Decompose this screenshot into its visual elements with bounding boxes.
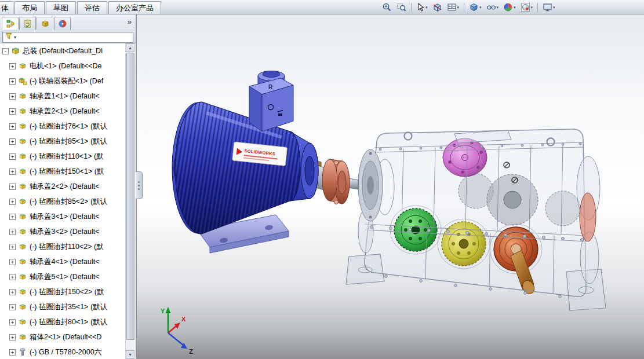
- tree-item-18[interactable]: + (-) 毡圈油封80<1> (默认: [0, 314, 127, 329]
- expand-toggle[interactable]: +: [9, 93, 16, 100]
- tree-item-20[interactable]: + (-) GB / T5780-2000六: [0, 345, 127, 359]
- apply-scene-icon[interactable]: ▾: [519, 2, 535, 13]
- green-gear[interactable]: [390, 206, 441, 254]
- section-view-icon[interactable]: [431, 2, 444, 13]
- expand-toggle[interactable]: +: [9, 319, 16, 325]
- tree-item-8[interactable]: + (-) 毡圈油封150<1> (默: [0, 164, 127, 179]
- view-settings-icon[interactable]: ▾: [541, 2, 557, 13]
- scroll-up-button[interactable]: ▲: [126, 43, 134, 52]
- part-icon: [18, 212, 27, 221]
- expand-toggle[interactable]: +: [9, 168, 16, 175]
- expand-toggle[interactable]: +: [9, 153, 16, 160]
- zoom-to-fit-icon[interactable]: [380, 2, 394, 13]
- 3d-scene[interactable]: R SOLIDWORKS Y X Z: [137, 14, 644, 359]
- dropdown-caret-icon[interactable]: ▾: [457, 5, 460, 9]
- expand-toggle[interactable]: +: [9, 123, 16, 130]
- tree-item-7[interactable]: + (-) 毡圈油封110<1> (默: [0, 149, 127, 164]
- filter-dropdown-caret[interactable]: ▾: [14, 35, 16, 40]
- part-icon: [18, 242, 27, 251]
- expand-toggle[interactable]: +: [9, 274, 16, 280]
- select-arrow-icon[interactable]: ▾: [414, 2, 430, 13]
- display-style-icon[interactable]: ▾: [485, 2, 501, 13]
- expand-toggle[interactable]: +: [9, 199, 16, 205]
- tree-item-16[interactable]: + (-) 毡圈油封150<2> (默: [0, 284, 127, 299]
- expand-toggle[interactable]: +: [9, 229, 16, 235]
- fastener-icon: [18, 347, 27, 357]
- expand-toggle[interactable]: +: [9, 304, 16, 310]
- dropdown-caret-icon[interactable]: ▾: [425, 5, 428, 9]
- expand-toggle[interactable]: +: [9, 259, 16, 265]
- filter-funnel-icon[interactable]: [5, 32, 13, 42]
- panel-tabs: [0, 14, 136, 30]
- tab-layout[interactable]: 布局: [14, 1, 45, 14]
- tree-item-label: 轴承盖1<1> (Default<: [30, 91, 100, 101]
- triad-z-label: Z: [189, 348, 193, 355]
- expand-toggle[interactable]: +: [9, 138, 16, 145]
- tree-item-2[interactable]: + (-) 联轴器装配<1> (Def: [0, 74, 127, 89]
- tree-item-17[interactable]: + (-) 毡圈油封35<1> (默认: [0, 299, 127, 314]
- tree-item-14[interactable]: + 轴承盖4<1> (Default<: [0, 254, 127, 269]
- tree-item-15[interactable]: + 轴承盖5<1> (Default<: [0, 269, 127, 284]
- dropdown-caret-icon[interactable]: ▾: [514, 5, 516, 9]
- view-selector-icon[interactable]: ▾: [445, 2, 461, 13]
- tree-item-13[interactable]: + (-) 毡圈油封110<2> (默: [0, 239, 127, 254]
- expand-toggle[interactable]: +: [9, 244, 16, 250]
- expand-toggle[interactable]: +: [9, 78, 16, 85]
- tab-office-products[interactable]: 办公室产品: [108, 1, 161, 14]
- tree-item-label: (-) 毡圈油封150<1> (默: [30, 167, 104, 177]
- dropdown-caret-icon[interactable]: ▾: [531, 5, 533, 9]
- configurationmanager-tab[interactable]: [37, 17, 53, 30]
- part-icon: [18, 317, 27, 327]
- expand-toggle[interactable]: -: [2, 48, 9, 54]
- expand-toggle[interactable]: +: [9, 289, 16, 295]
- scrollbar-thumb[interactable]: [126, 53, 134, 340]
- dropdown-caret-icon[interactable]: ▾: [497, 5, 499, 9]
- expand-toggle[interactable]: +: [9, 108, 16, 115]
- tree-item-1[interactable]: + 电机<1> (Default<<De: [0, 58, 127, 74]
- featuremanager-tree-tab[interactable]: [2, 17, 19, 30]
- tree-item-label: 轴承盖2<2> (Default<: [30, 182, 100, 192]
- panel-splitter-handle[interactable]: [136, 171, 143, 199]
- tree-item-19[interactable]: + 箱体2<1> (Default<<D: [0, 329, 127, 345]
- part-icon: [18, 197, 27, 206]
- tree-filter-input[interactable]: ▾: [2, 32, 133, 43]
- tree-root-assembly[interactable]: - 总装 (Default<Default_Di: [0, 43, 127, 58]
- magenta-bearing-cover[interactable]: [443, 138, 487, 177]
- feature-manager-panel: » ▾ - 总装 (Default<Default_Di + 电机<1> (De…: [0, 14, 137, 359]
- panel-overflow-chevron[interactable]: »: [128, 17, 132, 26]
- dropdown-caret-icon[interactable]: ▾: [553, 5, 555, 9]
- yellow-gear[interactable]: [438, 219, 490, 269]
- tree-item-4[interactable]: + 轴承盖2<1> (Default<: [0, 104, 127, 119]
- view-orientation-icon[interactable]: ▾: [467, 2, 483, 13]
- tree-item-3[interactable]: + 轴承盖1<1> (Default<: [0, 89, 127, 104]
- propertymanager-tab[interactable]: [19, 17, 36, 30]
- tree-item-label: (-) GB / T5780-2000六: [30, 347, 101, 357]
- zoom-to-area-icon[interactable]: [395, 2, 408, 13]
- filter-bar: ▾: [0, 30, 136, 43]
- tab-evaluate[interactable]: 评估: [77, 1, 107, 14]
- tree-item-5[interactable]: + (-) 毡圈油封76<1> (默认: [0, 119, 127, 134]
- part-icon: [18, 227, 27, 236]
- motor-junction-box[interactable]: R: [249, 71, 293, 132]
- tab-sketch[interactable]: 草图: [46, 1, 76, 14]
- tree-scrollbar[interactable]: ▲ ▼: [125, 43, 134, 359]
- graphics-area[interactable]: R SOLIDWORKS Y X Z: [137, 14, 644, 359]
- tree-item-12[interactable]: + 轴承盖3<2> (Default<: [0, 224, 127, 239]
- expand-toggle[interactable]: +: [9, 334, 16, 340]
- tree-item-11[interactable]: + 轴承盖3<1> (Default<: [0, 209, 127, 224]
- tree-item-6[interactable]: + (-) 毡圈油封85<1> (默认: [0, 134, 127, 149]
- expand-toggle[interactable]: +: [9, 184, 16, 190]
- tab-assembly[interactable]: 体: [0, 1, 13, 14]
- tree-item-10[interactable]: + (-) 毡圈油封85<2> (默认: [0, 194, 127, 209]
- edit-appearance-icon[interactable]: ▾: [501, 2, 518, 13]
- tree-item-9[interactable]: + 轴承盖2<2> (Default<: [0, 179, 127, 194]
- scroll-down-button[interactable]: ▼: [126, 350, 134, 359]
- dimxpertmanager-tab[interactable]: [54, 17, 71, 30]
- tree-item-label: (-) 毡圈油封80<1> (默认: [30, 317, 107, 327]
- expand-toggle[interactable]: +: [9, 63, 16, 69]
- expand-toggle[interactable]: +: [9, 349, 16, 356]
- orientation-triad[interactable]: Y X Z: [161, 307, 193, 355]
- electric-motor[interactable]: R SOLIDWORKS: [172, 71, 318, 254]
- dropdown-caret-icon[interactable]: ▾: [479, 5, 482, 9]
- expand-toggle[interactable]: +: [9, 214, 16, 220]
